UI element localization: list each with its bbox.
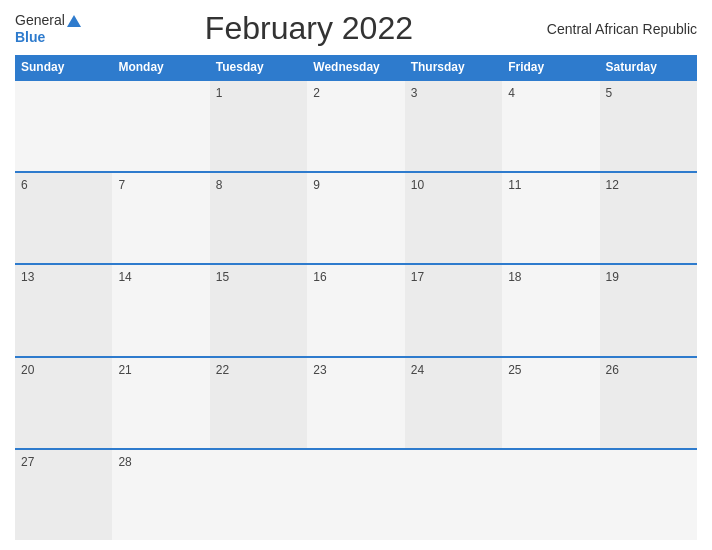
calendar-header-row: Sunday Monday Tuesday Wednesday Thursday… <box>15 55 697 79</box>
day-cell <box>600 450 697 540</box>
day-cell: 21 <box>112 358 209 448</box>
day-header-friday: Friday <box>502 55 599 79</box>
day-header-sunday: Sunday <box>15 55 112 79</box>
day-cell: 6 <box>15 173 112 263</box>
day-cell: 4 <box>502 81 599 171</box>
day-cell: 24 <box>405 358 502 448</box>
day-cell: 25 <box>502 358 599 448</box>
logo-blue-text: Blue <box>15 29 45 46</box>
day-cell: 18 <box>502 265 599 355</box>
day-header-saturday: Saturday <box>600 55 697 79</box>
day-cell: 9 <box>307 173 404 263</box>
week-row-2: 6 7 8 9 10 11 12 <box>15 171 697 263</box>
day-cell: 19 <box>600 265 697 355</box>
day-cell: 20 <box>15 358 112 448</box>
calendar-grid: Sunday Monday Tuesday Wednesday Thursday… <box>15 55 697 540</box>
day-cell: 17 <box>405 265 502 355</box>
day-cell <box>112 81 209 171</box>
logo: General Blue <box>15 12 81 46</box>
calendar-subtitle: Central African Republic <box>537 21 697 37</box>
day-cell: 15 <box>210 265 307 355</box>
day-header-tuesday: Tuesday <box>210 55 307 79</box>
day-cell: 5 <box>600 81 697 171</box>
day-cell: 8 <box>210 173 307 263</box>
day-cell: 26 <box>600 358 697 448</box>
day-cell: 27 <box>15 450 112 540</box>
day-cell <box>405 450 502 540</box>
day-cell: 2 <box>307 81 404 171</box>
day-cell: 28 <box>112 450 209 540</box>
calendar-title: February 2022 <box>81 10 537 47</box>
day-cell: 11 <box>502 173 599 263</box>
logo-general-text: General <box>15 12 81 29</box>
day-cell <box>307 450 404 540</box>
day-cell <box>502 450 599 540</box>
day-cell: 16 <box>307 265 404 355</box>
day-cell: 7 <box>112 173 209 263</box>
day-cell: 10 <box>405 173 502 263</box>
day-header-thursday: Thursday <box>405 55 502 79</box>
day-cell: 14 <box>112 265 209 355</box>
calendar-body: 1 2 3 4 5 6 7 8 9 10 11 12 13 14 15 16 <box>15 79 697 540</box>
day-cell <box>15 81 112 171</box>
calendar-page: General Blue February 2022 Central Afric… <box>0 0 712 550</box>
week-row-4: 20 21 22 23 24 25 26 <box>15 356 697 448</box>
day-cell: 12 <box>600 173 697 263</box>
day-header-wednesday: Wednesday <box>307 55 404 79</box>
logo-triangle-icon <box>67 15 81 27</box>
day-cell: 13 <box>15 265 112 355</box>
day-cell: 22 <box>210 358 307 448</box>
header: General Blue February 2022 Central Afric… <box>15 10 697 47</box>
day-cell: 23 <box>307 358 404 448</box>
day-cell <box>210 450 307 540</box>
week-row-3: 13 14 15 16 17 18 19 <box>15 263 697 355</box>
day-cell: 1 <box>210 81 307 171</box>
day-cell: 3 <box>405 81 502 171</box>
week-row-1: 1 2 3 4 5 <box>15 79 697 171</box>
week-row-5: 27 28 <box>15 448 697 540</box>
day-header-monday: Monday <box>112 55 209 79</box>
